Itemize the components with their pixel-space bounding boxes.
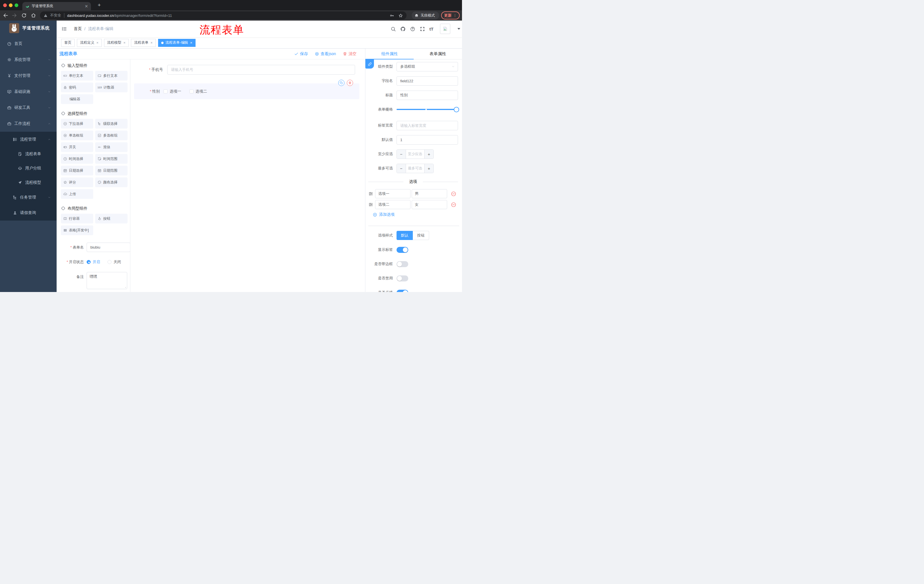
route-tab-process-model[interactable]: 流程模型×: [104, 39, 129, 47]
label-width-input[interactable]: [396, 121, 458, 130]
component-slider[interactable]: 滑块: [95, 142, 127, 152]
browser-tab[interactable]: 芋道管理系统 ✕: [22, 2, 91, 10]
component-button[interactable]: 按钮: [95, 214, 127, 224]
avatar[interactable]: [440, 24, 450, 34]
component-editor[interactable]: 编辑器: [61, 94, 93, 104]
phone-input[interactable]: [167, 65, 355, 74]
style-button-button[interactable]: 按钮: [413, 231, 429, 240]
copy-component-button[interactable]: [338, 80, 345, 86]
view-json-button[interactable]: 查看json: [315, 51, 336, 57]
sidebar-item-system[interactable]: 系统管理: [0, 52, 57, 68]
form-remark-textarea[interactable]: 嘿嘿: [87, 272, 127, 289]
component-single-text[interactable]: 单行文本: [61, 71, 93, 81]
breadcrumb-home[interactable]: 首页: [74, 26, 82, 31]
decrease-button[interactable]: −: [397, 164, 406, 173]
phone-field-row[interactable]: *手机号: [130, 64, 355, 75]
resize-handle-icon[interactable]: [124, 285, 126, 288]
remove-option-icon[interactable]: [451, 202, 456, 207]
maximize-window-button[interactable]: [15, 3, 18, 7]
sidebar-item-workflow[interactable]: 工作流程: [0, 116, 57, 132]
max-select-value[interactable]: 最多可选: [406, 164, 424, 173]
required-toggle[interactable]: [396, 290, 408, 292]
grid-slider[interactable]: [396, 105, 458, 114]
component-password[interactable]: 密码: [61, 82, 93, 92]
status-on-radio[interactable]: 开启: [87, 260, 100, 265]
bookmark-star-icon[interactable]: [398, 13, 403, 18]
address-bar[interactable]: 不安全 dashboard.yudao.iocoder.cn /bpm/mana…: [40, 12, 406, 20]
style-default-button[interactable]: 默认: [396, 231, 413, 240]
option1-label-input[interactable]: [375, 189, 411, 198]
clear-button[interactable]: 清空: [343, 51, 356, 57]
component-rate[interactable]: 评分: [61, 178, 93, 187]
component-row-container[interactable]: 行容器: [61, 214, 93, 224]
sidebar-item-leave-query[interactable]: 请假查询: [0, 205, 57, 220]
option2-label-input[interactable]: [375, 200, 411, 209]
update-button[interactable]: 更新: [441, 12, 460, 20]
route-tab-home[interactable]: 首页: [61, 39, 74, 47]
home-icon[interactable]: [31, 13, 36, 18]
component-date-range[interactable]: 日期范围: [95, 166, 127, 175]
browser-menu-dots-icon[interactable]: [453, 14, 457, 17]
new-tab-button[interactable]: +: [96, 2, 103, 9]
component-counter[interactable]: 123 计数器: [95, 82, 127, 92]
sidebar-item-process-mgmt[interactable]: 流程管理: [0, 132, 57, 147]
avatar-caret-icon[interactable]: [457, 28, 460, 30]
component-time-range[interactable]: 时间范围: [95, 154, 127, 164]
default-value-input[interactable]: [396, 135, 458, 145]
component-type-select[interactable]: 多选框组: [396, 62, 458, 71]
add-option-button[interactable]: 添加选项: [365, 210, 462, 219]
password-key-icon[interactable]: [389, 13, 394, 18]
route-tab-process-def[interactable]: 流程定义×: [77, 39, 102, 47]
show-label-toggle[interactable]: [396, 247, 408, 253]
field-name-input[interactable]: [396, 76, 458, 86]
component-color-picker[interactable]: 颜色选择: [95, 178, 127, 187]
tab-form-props[interactable]: 表单属性: [414, 49, 462, 59]
component-cascader[interactable]: 级联选择: [95, 119, 127, 128]
fullscreen-icon[interactable]: [420, 26, 425, 32]
font-size-icon[interactable]: tT: [429, 26, 433, 31]
sidebar-item-process-form[interactable]: 流程表单: [0, 147, 57, 161]
tab-close-icon[interactable]: ×: [96, 41, 99, 45]
option1-value-input[interactable]: [412, 189, 447, 198]
gender-option1-checkbox[interactable]: [163, 89, 168, 94]
tab-component-props[interactable]: 组件属性: [365, 49, 414, 59]
sidebar-item-home[interactable]: 首页: [0, 36, 57, 52]
tab-close-icon[interactable]: ×: [124, 41, 126, 45]
route-tab-process-form[interactable]: 流程表单×: [131, 39, 156, 47]
min-select-value[interactable]: 至少应选: [406, 150, 424, 159]
reload-icon[interactable]: [21, 13, 27, 18]
disabled-toggle[interactable]: [396, 275, 408, 281]
component-select[interactable]: 下拉选择: [61, 119, 93, 128]
minimize-window-button[interactable]: [9, 3, 13, 7]
external-link-button[interactable]: [365, 59, 374, 69]
gender-field-selected[interactable]: *性别 选项一 选项二: [134, 84, 360, 99]
help-icon[interactable]: [410, 26, 416, 32]
sidebar-item-payment[interactable]: 支付管理: [0, 68, 57, 84]
slider-handle[interactable]: [454, 107, 459, 112]
tab-close-icon[interactable]: ×: [150, 41, 153, 45]
gender-option2-checkbox[interactable]: [190, 89, 193, 94]
github-icon[interactable]: [400, 26, 406, 32]
status-off-radio[interactable]: 关闭: [107, 260, 121, 265]
option2-value-input[interactable]: [412, 200, 447, 209]
drag-handle-icon[interactable]: [368, 191, 373, 196]
title-input[interactable]: [396, 90, 458, 100]
drag-handle-icon[interactable]: [368, 202, 373, 207]
component-table[interactable]: 表格[开发中]: [61, 225, 93, 235]
component-radio-group[interactable]: 单选框组: [61, 131, 93, 140]
component-time-picker[interactable]: 时间选择: [61, 154, 93, 164]
component-multi-text[interactable]: 多行文本: [95, 71, 127, 81]
sidebar-item-process-model[interactable]: 流程模型: [0, 175, 57, 190]
route-tab-process-form-edit[interactable]: 流程表单-编辑×: [158, 39, 196, 47]
remove-option-icon[interactable]: [451, 191, 456, 197]
back-icon[interactable]: [3, 13, 8, 18]
forward-icon[interactable]: [12, 13, 17, 18]
window-controls[interactable]: [3, 3, 18, 7]
decrease-button[interactable]: −: [397, 150, 406, 159]
sidebar-item-devtools[interactable]: 研发工具: [0, 100, 57, 116]
sidebar-collapse-icon[interactable]: [61, 26, 67, 32]
delete-component-button[interactable]: [347, 80, 353, 86]
component-upload[interactable]: 上传: [61, 189, 93, 199]
search-icon[interactable]: [391, 26, 396, 32]
component-checkbox-group[interactable]: 多选框组: [95, 131, 127, 140]
